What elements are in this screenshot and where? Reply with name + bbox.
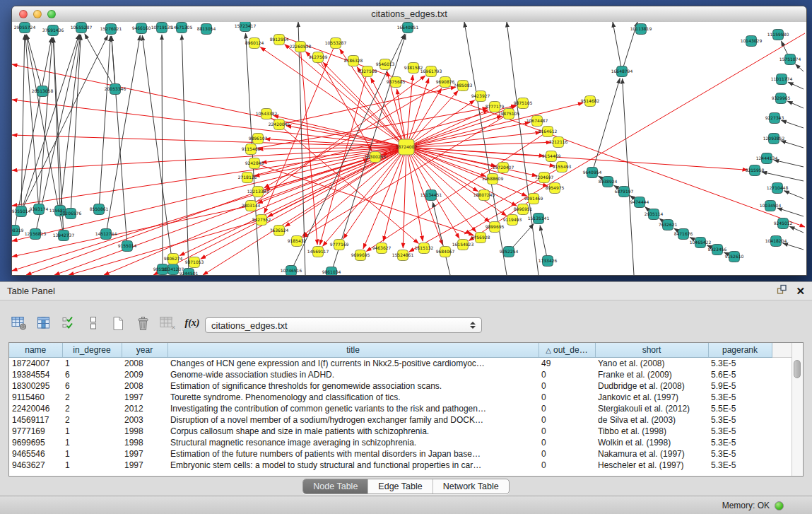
- column-header-year[interactable]: year: [122, 343, 167, 358]
- tab-network-table[interactable]: Network Table: [433, 479, 509, 493]
- graph-node[interactable]: 9463627: [372, 243, 392, 254]
- graph-node[interactable]: 10543382: [256, 109, 278, 119]
- close-panel-icon[interactable]: ✕: [796, 286, 805, 296]
- graph-node[interactable]: 12093852: [763, 134, 785, 144]
- graph-node[interactable]: 18724007: [396, 139, 418, 155]
- graph-node[interactable]: 29055724: [14, 23, 36, 33]
- delete-table-button[interactable]: [134, 314, 152, 332]
- graph-node[interactable]: 10655287: [71, 23, 93, 33]
- graph-node[interactable]: 8550861: [90, 204, 109, 215]
- graph-node[interactable]: 8164612: [539, 127, 558, 137]
- graph-node[interactable]: 9375685: [387, 77, 406, 88]
- graph-node[interactable]: 10746516: [281, 266, 302, 276]
- graph-node[interactable]: 10674487: [526, 116, 548, 127]
- graph-node[interactable]: 9155014: [118, 241, 137, 252]
- graph-node[interactable]: 9699695: [351, 250, 370, 261]
- column-header-pagerank[interactable]: pagerank: [708, 343, 772, 358]
- column-header-in_degree[interactable]: in_degree: [62, 343, 122, 358]
- graph-node[interactable]: 15751074: [779, 54, 801, 65]
- graph-node[interactable]: 8923456: [708, 245, 727, 255]
- graph-node[interactable]: 3212116: [549, 137, 568, 148]
- graph-node[interactable]: 37691436: [42, 25, 64, 36]
- create-table-button[interactable]: [109, 314, 127, 332]
- graph-node[interactable]: 19875105: [498, 109, 520, 119]
- import-table-disabled-button[interactable]: ✕: [158, 314, 177, 332]
- network-view-canvas[interactable]: 2905572437691436106552871527602194661601…: [12, 22, 806, 275]
- graph-node[interactable]: 16648794: [611, 66, 633, 77]
- graph-node[interactable]: 8960124: [245, 38, 264, 49]
- tab-edge-table[interactable]: Edge Table: [367, 479, 432, 493]
- table-row[interactable]: 1456911722003Disruption of a novel membe…: [9, 414, 794, 426]
- graph-node[interactable]: 8215958: [746, 165, 765, 176]
- column-header-out_de[interactable]: △out_de…: [539, 343, 595, 358]
- graph-node[interactable]: 26513058: [32, 86, 54, 97]
- graph-node[interactable]: 1733426: [539, 256, 558, 267]
- graph-node[interactable]: 9152610: [725, 252, 744, 262]
- scrollbar-thumb[interactable]: [794, 360, 801, 378]
- table-row[interactable]: 946554611997Estimation of the future num…: [9, 448, 794, 460]
- graph-node[interactable]: 15524861: [392, 250, 414, 261]
- graph-node[interactable]: 8813054: [197, 24, 216, 35]
- graph-node[interactable]: 14569117: [307, 247, 329, 257]
- graph-node[interactable]: 9899695: [486, 222, 505, 233]
- function-builder-button[interactable]: f(x): [183, 314, 201, 332]
- graph-node[interactable]: 10418204: [765, 236, 787, 247]
- graph-node[interactable]: 9242848: [245, 158, 264, 169]
- graph-node[interactable]: 10034504: [760, 201, 782, 211]
- table-selector-dropdown[interactable]: citations_edges.txt: [205, 317, 482, 333]
- graph-node[interactable]: 9154469: [542, 151, 561, 162]
- table-row[interactable]: 2242004622012Investigating the contribut…: [9, 403, 794, 414]
- graph-node[interactable]: 12444134: [756, 153, 778, 164]
- graph-node[interactable]: 1615132: [415, 243, 434, 254]
- column-header-name[interactable]: name: [9, 343, 62, 358]
- graph-node[interactable]: 8186328: [344, 56, 363, 66]
- graph-node[interactable]: 16154923: [452, 240, 474, 250]
- graph-node[interactable]: 2803144: [242, 201, 261, 211]
- table-row[interactable]: 911546021997Tourette syndrome. Phenomeno…: [9, 392, 794, 403]
- graph-node[interactable]: 9115460: [242, 144, 261, 155]
- row-selection-mode-button[interactable]: [59, 314, 78, 332]
- table-settings-button[interactable]: [10, 314, 28, 332]
- graph-node[interactable]: 9474444: [630, 197, 649, 208]
- graph-node[interactable]: 10553287: [325, 38, 347, 49]
- graph-node[interactable]: 20053346: [105, 84, 126, 95]
- graph-node[interactable]: 9119493: [503, 215, 522, 226]
- graph-node[interactable]: 9466160: [132, 23, 151, 34]
- float-panel-icon[interactable]: [777, 284, 787, 298]
- graph-node[interactable]: 7636524: [270, 226, 289, 236]
- graph-node[interactable]: 9329965: [772, 93, 791, 104]
- graph-node[interactable]: 9756928: [471, 233, 490, 243]
- graph-node[interactable]: 9684067: [436, 247, 455, 257]
- graph-node[interactable]: 9245012: [774, 218, 793, 229]
- column-header-title[interactable]: title: [167, 343, 539, 358]
- table-row[interactable]: 946362711997Embryonic stem cells: a mode…: [9, 460, 794, 471]
- graph-node[interactable]: 9806274: [164, 254, 183, 264]
- graph-node[interactable]: 11159580: [767, 30, 789, 40]
- table-row[interactable]: 1830029562008Estimation of significance …: [9, 380, 794, 392]
- graph-node[interactable]: 9091469: [524, 194, 543, 204]
- graph-node[interactable]: 12710448: [767, 183, 789, 194]
- graph-node[interactable]: 9393174: [30, 204, 49, 215]
- graph-node[interactable]: 16640851: [397, 23, 419, 33]
- graph-node[interactable]: 16961793: [420, 66, 442, 77]
- graph-node[interactable]: 7204697: [535, 173, 554, 183]
- graph-node[interactable]: 10719135: [151, 23, 173, 33]
- table-row[interactable]: 1872400712008Changes of HCN gene express…: [9, 358, 794, 370]
- select-columns-button[interactable]: [35, 314, 53, 332]
- graph-node[interactable]: 9327508: [358, 66, 377, 77]
- toggle-rows-button[interactable]: [84, 314, 102, 332]
- graph-node[interactable]: 9398319: [12, 226, 24, 236]
- graph-node[interactable]: 12156813: [25, 229, 47, 240]
- table-row[interactable]: 1938455462009Genome-wide association stu…: [9, 369, 794, 380]
- graph-node[interactable]: 18807243: [473, 190, 495, 201]
- graph-node[interactable]: 9423927: [471, 91, 490, 102]
- table-vertical-scrollbar[interactable]: [792, 343, 803, 476]
- graph-node[interactable]: 14512744: [95, 229, 117, 240]
- graph-node[interactable]: 9777169: [330, 240, 349, 250]
- graph-node[interactable]: 13942737: [53, 230, 75, 241]
- tab-node-table[interactable]: Node Table: [303, 479, 367, 493]
- graph-node[interactable]: 14671305: [171, 23, 193, 33]
- graph-node[interactable]: 9227343: [765, 113, 784, 124]
- graph-node[interactable]: 9514682: [581, 96, 600, 107]
- graph-node[interactable]: 10688609: [482, 174, 504, 185]
